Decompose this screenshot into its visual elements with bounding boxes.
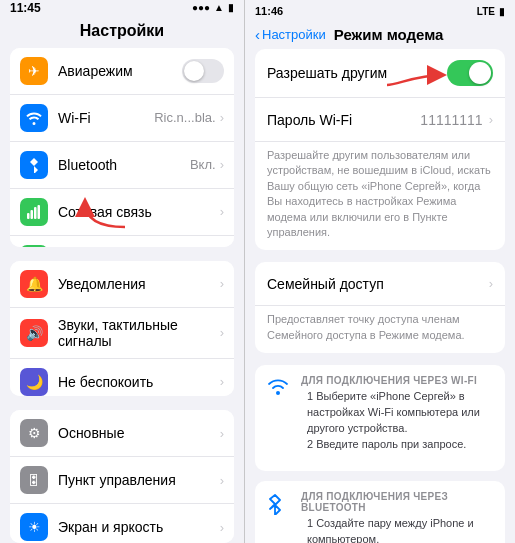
notifications-chevron: › <box>220 276 224 291</box>
settings-item-donotdisturb[interactable]: 🌙 Не беспокоить › <box>10 359 234 396</box>
bluetooth-icon <box>20 151 48 179</box>
settings-item-controlcenter[interactable]: 🎛 Пункт управления › <box>10 457 234 504</box>
bt-info-icon <box>267 493 295 519</box>
bt-info-text-area: ДЛЯ ПОДКЛЮЧЕНИЯ ЧЕРЕЗ BLUETOOTH 1 Создай… <box>301 491 493 543</box>
donotdisturb-label: Не беспокоить <box>58 374 220 390</box>
right-content: Разрешать другим Пароль Wi-Fi 11111111 ›… <box>245 49 515 543</box>
sounds-label: Звуки, тактильные сигналы <box>58 317 220 349</box>
bt-info-step1: 1 Создайте пару между iPhone и компьютер… <box>307 516 493 543</box>
general-chevron: › <box>220 426 224 441</box>
display-chevron: › <box>220 520 224 535</box>
general-label: Основные <box>58 425 220 441</box>
family-description: Предоставляет точку доступа членам Семей… <box>255 306 505 353</box>
wifi-info-row: ДЛЯ ПОДКЛЮЧЕНИЯ ЧЕРЕЗ WI-FI 1 Выберите «… <box>267 375 493 453</box>
svg-point-5 <box>276 391 280 395</box>
right-panel-title: Режим модема <box>334 26 444 43</box>
allow-others-toggle[interactable] <box>447 60 493 86</box>
settings-item-hotspot[interactable]: Режим модема Выкл. › <box>10 236 234 247</box>
wifi-info-icon <box>267 377 295 399</box>
cellular-chevron: › <box>220 204 224 219</box>
controlcenter-icon: 🎛 <box>20 466 48 494</box>
bluetooth-value: Вкл. <box>190 157 216 172</box>
family-access-item[interactable]: Семейный доступ › <box>255 262 505 306</box>
donotdisturb-icon: 🌙 <box>20 368 48 396</box>
left-status-icons: ●●● ▲ ▮ <box>192 2 234 13</box>
svg-rect-0 <box>27 213 30 219</box>
settings-item-bluetooth[interactable]: Bluetooth Вкл. › <box>10 142 234 189</box>
right-battery-icon: ▮ <box>499 6 505 17</box>
controlcenter-chevron: › <box>220 473 224 488</box>
bt-info-title: ДЛЯ ПОДКЛЮЧЕНИЯ ЧЕРЕЗ BLUETOOTH <box>301 491 493 513</box>
cellular-icon <box>20 198 48 226</box>
family-access-chevron: › <box>489 276 493 291</box>
display-label: Экран и яркость <box>58 519 220 535</box>
settings-section-3: ⚙ Основные › 🎛 Пункт управления › ☀ Экра… <box>10 410 234 543</box>
section-gap-2 <box>0 396 244 410</box>
right-time: 11:46 <box>255 5 283 17</box>
display-icon: ☀ <box>20 513 48 541</box>
family-access-label: Семейный доступ <box>267 276 489 292</box>
back-label: Настройки <box>262 27 326 42</box>
svg-rect-3 <box>38 205 41 219</box>
wifi-password-value: 11111111 <box>420 112 482 128</box>
bluetooth-label: Bluetooth <box>58 157 190 173</box>
controlcenter-label: Пункт управления <box>58 472 220 488</box>
right-panel: 11:46 LTE ▮ ‹ Настройки Режим модема <box>245 0 515 543</box>
settings-item-general[interactable]: ⚙ Основные › <box>10 410 234 457</box>
settings-item-airplane[interactable]: ✈ Авиарежим <box>10 48 234 95</box>
wifi-info-text-area: ДЛЯ ПОДКЛЮЧЕНИЯ ЧЕРЕЗ WI-FI 1 Выберите «… <box>301 375 493 453</box>
general-icon: ⚙ <box>20 419 48 447</box>
sounds-chevron: › <box>220 325 224 340</box>
wifi-label: Wi-Fi <box>58 110 154 126</box>
svg-rect-2 <box>34 207 37 219</box>
settings-item-cellular[interactable]: Сотовая связь › <box>10 189 234 236</box>
wifi-info-title: ДЛЯ ПОДКЛЮЧЕНИЯ ЧЕРЕЗ WI-FI <box>301 375 493 386</box>
airplane-icon: ✈ <box>20 57 48 85</box>
wifi-info-block: ДЛЯ ПОДКЛЮЧЕНИЯ ЧЕРЕЗ WI-FI 1 Выберите «… <box>255 365 505 471</box>
right-lte-icon: LTE <box>477 6 495 17</box>
wifi-status-icon: ▲ <box>214 2 224 13</box>
wifi-icon <box>20 104 48 132</box>
signal-icon: ●●● <box>192 2 210 13</box>
left-status-bar: 11:45 ●●● ▲ ▮ <box>0 0 244 16</box>
hotspot-icon <box>20 245 48 247</box>
wifi-password-item[interactable]: Пароль Wi-Fi 11111111 › <box>255 98 505 142</box>
bt-info-row: ДЛЯ ПОДКЛЮЧЕНИЯ ЧЕРЕЗ BLUETOOTH 1 Создай… <box>267 491 493 543</box>
settings-item-display[interactable]: ☀ Экран и яркость › <box>10 504 234 543</box>
left-panel-title: Настройки <box>0 16 244 48</box>
hotspot-main-section: Разрешать другим Пароль Wi-Fi 11111111 ›… <box>255 49 505 250</box>
hotspot-description: Разрешайте другим пользователям или устр… <box>255 142 505 250</box>
settings-section-2: 🔔 Уведомления › 🔊 Звуки, тактильные сигн… <box>10 261 234 396</box>
right-nav: ‹ Настройки Режим модема <box>245 22 515 49</box>
wifi-value: Ric.n...bla. <box>154 110 215 125</box>
settings-item-wifi[interactable]: Wi-Fi Ric.n...bla. › <box>10 95 234 142</box>
battery-icon: ▮ <box>228 2 234 13</box>
cellular-label: Сотовая связь <box>58 204 220 220</box>
airplane-toggle[interactable] <box>182 59 224 83</box>
allow-others-knob <box>469 62 491 84</box>
wifi-info-step2: 2 Введите пароль при запросе. <box>307 437 493 453</box>
wifi-password-label: Пароль Wi-Fi <box>267 112 420 128</box>
settings-item-sounds[interactable]: 🔊 Звуки, тактильные сигналы › <box>10 308 234 359</box>
right-status-icons: LTE ▮ <box>477 6 505 17</box>
left-panel: 11:45 ●●● ▲ ▮ Настройки ✈ Авиарежим <box>0 0 245 543</box>
svg-rect-1 <box>31 210 34 219</box>
back-button[interactable]: ‹ Настройки <box>255 26 326 43</box>
bluetooth-chevron: › <box>220 157 224 172</box>
allow-others-item[interactable]: Разрешать другим <box>255 49 505 98</box>
right-status-bar: 11:46 LTE ▮ <box>245 0 515 22</box>
back-chevron-icon: ‹ <box>255 26 260 43</box>
left-time: 11:45 <box>10 1 41 15</box>
wifi-password-chevron: › <box>489 112 493 127</box>
sounds-icon: 🔊 <box>20 319 48 347</box>
notifications-label: Уведомления <box>58 276 220 292</box>
settings-item-notifications[interactable]: 🔔 Уведомления › <box>10 261 234 308</box>
section-gap-1 <box>0 247 244 261</box>
donotdisturb-chevron: › <box>220 374 224 389</box>
allow-others-label: Разрешать другим <box>267 65 447 81</box>
settings-section-1: ✈ Авиарежим Wi-Fi Ric.n...bla. › <box>10 48 234 247</box>
airplane-label: Авиарежим <box>58 63 182 79</box>
wifi-chevron: › <box>220 110 224 125</box>
wifi-info-step1: 1 Выберите «iPhone Сергей» в настройках … <box>307 389 493 437</box>
family-section: Семейный доступ › Предоставляет точку до… <box>255 262 505 353</box>
